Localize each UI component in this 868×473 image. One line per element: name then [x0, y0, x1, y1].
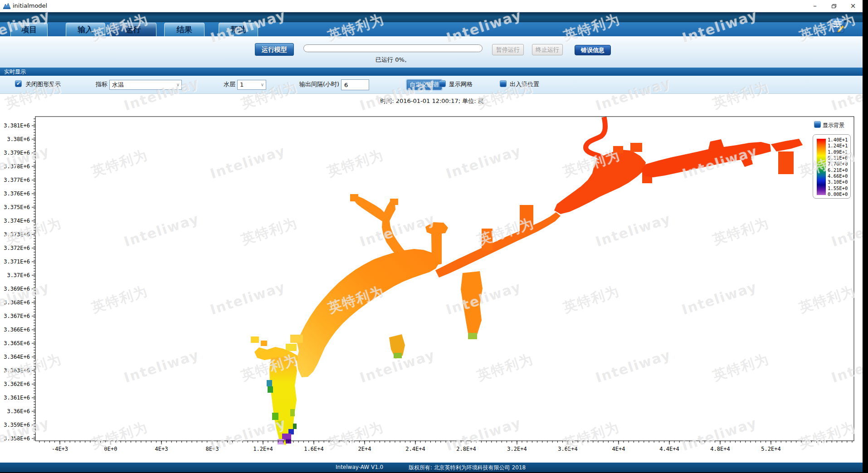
tab-1[interactable]: 输入: [66, 23, 105, 36]
map-region-strip-speck-teal: [267, 380, 272, 386]
interval-input[interactable]: [341, 79, 369, 90]
error-info-button[interactable]: 错误信息: [575, 45, 611, 55]
close-button[interactable]: ×: [845, 1, 861, 11]
indicator-select[interactable]: 水温 ∨: [109, 80, 182, 90]
y-tick-label: 3.364E+6: [4, 354, 30, 360]
legend-value: 3.10E+0: [828, 179, 850, 185]
layer-select[interactable]: 1 ∨: [237, 80, 266, 90]
interval-label: 输出间隔(小时): [299, 80, 339, 88]
y-tick-label: 3.378E+6: [4, 163, 30, 170]
stop-run-button[interactable]: 终止运行: [532, 44, 563, 55]
restore-icon: [832, 4, 836, 8]
indicator-label: 指标: [96, 80, 107, 88]
map-region-strip-speck-lavender: [278, 439, 284, 444]
map-region-channel: [435, 212, 561, 278]
map-region-lake-west-nub-b: [286, 344, 297, 351]
run-model-button[interactable]: 运行模型: [255, 43, 294, 56]
map-region-strip-speck-yellowgreen: [290, 409, 295, 416]
x-tick-label: 8E+3: [206, 446, 219, 452]
y-tick-label: 3.362E+6: [4, 381, 30, 387]
tab-4[interactable]: 帮助: [219, 23, 258, 36]
x-tick-label: 1.6E+4: [304, 446, 323, 452]
map-region-channel-stub-b: [482, 229, 493, 250]
y-tick-label: 3.371E+6: [4, 258, 30, 265]
tab-bar: 项目输入运行结果帮助 环评/预警: [0, 22, 863, 36]
map-region-channel-stub-a: [520, 205, 533, 233]
x-tick-label: 3.2E+4: [507, 446, 527, 452]
map-region-right-mid-blob-block-b: [613, 146, 623, 153]
layer-label: 水层: [224, 80, 235, 88]
title-bar: initialmodel – ×: [0, 0, 863, 12]
x-tick-label: 4.8E+4: [710, 446, 730, 452]
legend-value: 1.40E+1: [828, 137, 850, 142]
map-region-strip-speck-olive: [278, 421, 283, 426]
plot-panel: 时间: 2016-01-01 12:00:17; 单位: 度 -4E+30E+0…: [0, 94, 863, 463]
legend-value: 1.24E+1: [828, 143, 850, 148]
indicator-value: 水温: [112, 81, 124, 88]
minimize-button[interactable]: –: [807, 1, 823, 11]
restore-button[interactable]: [826, 1, 842, 11]
y-tick-label: 3.366E+6: [4, 327, 30, 333]
map-region-hook-tail: [461, 271, 483, 338]
map-region-connector-nub-a: [251, 336, 259, 343]
legend-value: 6.21E+0: [828, 167, 850, 173]
legend-value: 1.55E+0: [828, 185, 850, 191]
map-region-strip-speck-darkgreen: [293, 424, 297, 429]
y-tick-label: 3.375E+6: [4, 204, 30, 210]
y-tick-label: 3.359E+6: [4, 422, 30, 428]
map-region-fork-tip-left: [350, 194, 358, 201]
map-region-main-lake: [297, 249, 439, 377]
tab-2[interactable]: 运行: [110, 23, 156, 36]
controls-row: ✔ 关闭图形显示 指标 水温 ∨ 水层 1 ∨ 输出间隔(小时) 自定义图谱 显…: [0, 76, 863, 94]
tab-3[interactable]: 结果: [164, 23, 205, 36]
y-tick-label: 3.365E+6: [4, 340, 30, 346]
close-graph-checkbox[interactable]: ✔: [15, 80, 22, 87]
color-scale-values: 1.40E+11.24E+11.09E+19.31E+07.76E+06.21E…: [828, 137, 850, 197]
layer-value: 1: [240, 81, 244, 88]
y-tick-label: 3.381E+6: [4, 122, 30, 129]
chevron-down-icon: ∨: [176, 80, 180, 89]
y-tick-label: 3.368E+6: [4, 299, 30, 306]
pause-run-button[interactable]: 暂停运行: [492, 44, 524, 55]
map-region-lake-west-nub-a: [290, 335, 303, 343]
x-tick-label: -4E+3: [52, 446, 68, 452]
custom-legend-button[interactable]: 自定义图谱: [407, 80, 442, 90]
plot-frame: [35, 117, 854, 441]
map-region-fork-tip-right: [390, 199, 398, 205]
y-tick-label: 3.379E+6: [4, 150, 30, 156]
y-tick-label: 3.363E+6: [4, 367, 30, 374]
y-tick-label: 3.374E+6: [4, 218, 30, 224]
close-graph-label: 关闭图形显示: [25, 80, 61, 88]
x-tick-label: 2E+4: [358, 446, 371, 452]
copyright-text: 版权所有: 北京英特利为环境科技有限公司 2018: [409, 464, 526, 472]
show-background-checkbox[interactable]: [814, 121, 821, 128]
show-grid-checkbox[interactable]: [439, 80, 446, 87]
app-icon: [3, 2, 10, 10]
realtime-section-header: 实时显示: [0, 68, 863, 76]
y-tick-label: 3.376E+6: [4, 190, 30, 197]
y-tick-label: 3.38E+6: [7, 136, 30, 142]
map-region-right-mid-blob: [554, 150, 646, 214]
y-tick-label: 3.377E+6: [4, 177, 30, 183]
y-tick-label: 3.37E+6: [7, 272, 30, 278]
status-bar: Intelway-AW V1.0 版权所有: 北京英特利为环境科技有限公司 20…: [0, 463, 863, 472]
flow-position-label: 出入流位置: [510, 80, 539, 88]
model-map-plot: -4E+30E+04E+38E+31.2E+41.6E+42E+42.4E+42…: [0, 94, 863, 463]
map-region-strip-speck-green-b: [272, 413, 278, 420]
map-region-hook-tail-green-tip: [468, 333, 477, 339]
flow-position-checkbox[interactable]: [500, 80, 507, 87]
map-region-right-mid-blob-block-a: [630, 143, 642, 152]
legend-value: 4.66E+0: [828, 173, 850, 179]
x-tick-label: 3.6E+4: [558, 446, 577, 452]
progress-status-text: 已运行 0%。: [303, 56, 483, 64]
map-region-lake-south-tail-green-tip: [394, 353, 402, 358]
x-tick-label: 5.2E+4: [761, 446, 780, 452]
x-tick-label: 4.4E+4: [659, 446, 679, 452]
window-title: initialmodel: [13, 2, 47, 9]
legend-value: 1.09E+1: [828, 149, 850, 155]
map-region-right-band-tip: [771, 139, 803, 151]
tab-0[interactable]: 项目: [10, 23, 48, 36]
y-tick-label: 3.369E+6: [4, 286, 30, 292]
report-log-icon[interactable]: [831, 18, 844, 33]
map-region-strip-speck-green-a: [268, 386, 273, 393]
